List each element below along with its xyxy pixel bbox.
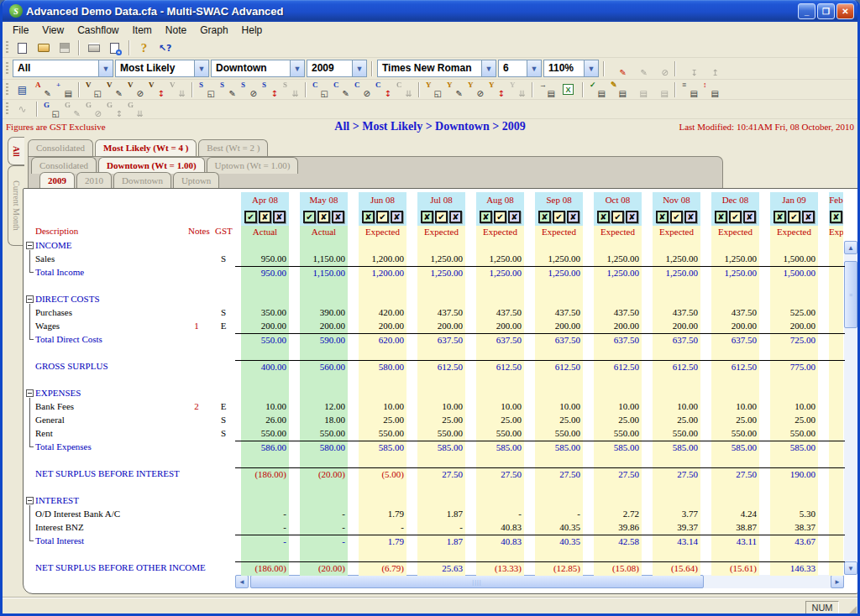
item-label[interactable]: General [35,415,65,425]
value-cell[interactable]: 350.00 [241,306,289,320]
value-cell[interactable]: 43.11 [711,535,759,549]
value-cell[interactable]: (20.00) [300,468,348,482]
value-cell[interactable]: 40.35 [535,521,583,535]
value-cell[interactable]: 1,250.00 [535,253,583,266]
value-cell[interactable]: (20.00) [300,562,348,576]
value-cell[interactable]: 1,250.00 [711,267,759,280]
value-cell[interactable]: 10.00 [359,400,406,414]
tree-collapse-icon[interactable] [26,389,34,397]
value-cell[interactable]: 775.00 [770,361,818,374]
value-cell[interactable]: 200.00 [594,320,642,333]
menu-cashflow[interactable]: Cashflow [71,23,125,38]
item-label[interactable]: Sales [35,253,55,264]
value-cell[interactable]: 550.00 [711,427,759,441]
value-cell[interactable]: 1,250.00 [653,267,700,280]
year-select[interactable]: 2009▼ [307,60,367,77]
value-cell[interactable]: 437.50 [711,306,759,320]
zoom-select[interactable]: 110%▼ [543,60,599,77]
value-cell[interactable]: 18.00 [300,414,348,427]
horizontal-scrollbar[interactable]: ◄ |||| ► [235,575,844,588]
c-paste-icon[interactable]: C◱ [311,81,330,98]
note-edit-icon[interactable]: ✎▤ [609,81,628,98]
value-cell[interactable]: 437.50 [476,306,524,320]
tab-downtown-wt-1-00[interactable]: Downtown (Wt = 1.00) [98,157,205,174]
value-cell[interactable]: 43.67 [770,535,818,549]
value-cell[interactable]: 27.50 [476,468,524,482]
value-cell[interactable]: 420.00 [359,306,406,320]
crossed-checkbox[interactable]: ✘ [391,211,403,223]
value-cell[interactable]: 585.00 [711,441,759,455]
value-cell[interactable]: 200.00 [300,320,348,333]
maximize-button[interactable]: ❐ [817,3,835,19]
value-cell[interactable]: 612.50 [653,361,700,374]
tree-collapse-icon[interactable] [26,295,34,303]
crossed-checkbox[interactable]: ✘ [317,211,330,223]
value-cell[interactable]: (15.64) [653,562,700,576]
value-cell[interactable]: (6.79) [359,562,406,576]
value-cell[interactable]: 550.00 [241,334,289,347]
value-cell[interactable]: 200.00 [653,320,700,333]
value-cell[interactable]: 1,250.00 [417,267,465,280]
crossed-checkbox[interactable]: ✘ [538,211,551,223]
value-cell[interactable]: 612.50 [476,361,524,374]
checked-checkbox[interactable]: ✔ [788,211,800,223]
value-cell[interactable]: 1,250.00 [476,253,524,266]
item-label[interactable]: Rent [35,428,53,438]
value-cell[interactable]: 612.50 [594,361,642,374]
value-cell[interactable]: 38.87 [711,521,759,535]
tab-2010[interactable]: 2010 [76,172,112,188]
value-cell[interactable]: 525.00 [770,306,818,320]
value-cell[interactable]: 26.00 [241,414,289,427]
crossed-checkbox[interactable]: ✘ [626,211,638,223]
value-edit-icon[interactable]: V✎ [105,81,124,98]
open-file-icon[interactable] [34,39,53,57]
value-cell[interactable]: 12.00 [300,400,348,414]
context-help-icon[interactable]: ↖? [155,39,175,57]
value-cell[interactable]: 585.00 [770,441,818,455]
value-cell[interactable]: 437.50 [653,306,700,320]
y-edit-icon[interactable]: Y✎ [445,81,464,98]
scenario-select[interactable]: Most Likely▼ [115,60,209,77]
value-cell[interactable]: 585.00 [653,441,700,455]
value-cell[interactable]: 10.00 [711,400,759,414]
crossed-checkbox[interactable]: ✘ [567,211,579,223]
value-cell[interactable]: 146.33 [770,562,818,576]
value-cell[interactable]: (15.08) [594,562,642,576]
font-size-select[interactable]: 6▼ [498,60,542,77]
side-tab-current-month[interactable]: Current Month [8,165,24,246]
value-cell[interactable]: 585.00 [594,441,642,455]
value-cell[interactable]: 585.00 [359,441,406,455]
value-paste-icon[interactable]: V◱ [84,81,103,98]
value-cell[interactable]: (15.61) [711,562,759,576]
y-fill-icon[interactable]: Y↕ [487,81,506,98]
value-cell[interactable]: 200.00 [241,320,289,333]
crossed-checkbox[interactable]: ✘ [715,211,727,223]
value-cell[interactable]: 10.00 [594,400,642,414]
value-fill-icon[interactable]: V↕ [147,81,166,98]
s-fill-icon[interactable]: S↕ [260,81,280,98]
value-cell[interactable]: 637.50 [476,334,524,347]
font-select[interactable]: Times New Roman▼ [377,60,496,77]
chevron-down-icon[interactable]: ▼ [584,60,598,76]
menu-file[interactable]: File [6,23,35,38]
y-clear-icon[interactable]: Y⊘ [466,81,485,98]
value-cell[interactable]: 27.50 [535,468,583,482]
menu-view[interactable]: View [35,23,71,38]
value-cell[interactable]: (5.00) [359,468,406,482]
value-cell[interactable]: 40.35 [535,535,583,549]
value-cell[interactable]: 550.00 [535,427,583,441]
crossed-checkbox[interactable]: ✘ [773,211,786,223]
value-cell[interactable]: 550.00 [594,427,642,441]
value-cell[interactable]: 200.00 [417,320,465,333]
chevron-down-icon[interactable]: ▼ [290,60,304,76]
crossed-checkbox[interactable]: ✘ [480,211,492,223]
s-clear-icon[interactable]: S⊘ [239,81,259,98]
value-cell[interactable]: 200.00 [535,320,583,333]
s-paste-icon[interactable]: S◱ [197,81,217,98]
checked-checkbox[interactable]: ✔ [303,211,316,223]
value-cell[interactable]: 550.00 [359,427,406,441]
menu-item[interactable]: Item [126,23,159,38]
value-cell[interactable]: - [241,508,289,521]
value-cell[interactable]: 612.50 [417,361,465,374]
tab-downtown[interactable]: Downtown [113,172,171,188]
